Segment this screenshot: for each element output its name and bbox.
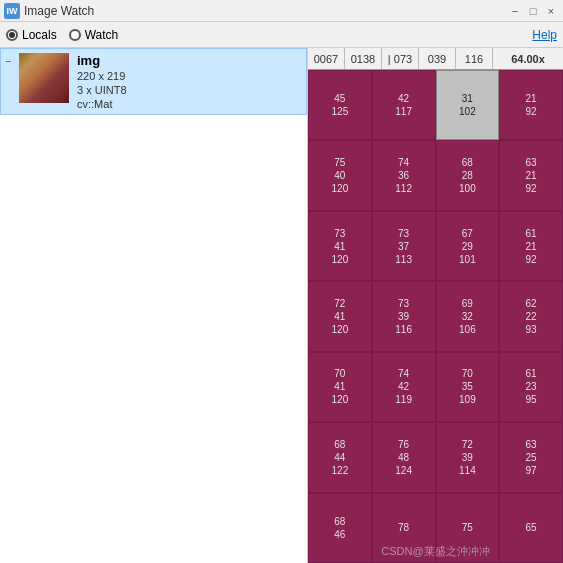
pixel-cell[interactable]: 70 41 120 — [308, 352, 372, 422]
pixel-cell[interactable]: 31 102 — [436, 70, 500, 140]
pixel-value: 68 46 — [334, 515, 345, 541]
pixel-cell[interactable]: 76 48 124 — [372, 422, 436, 492]
app-icon: IW — [4, 3, 20, 19]
pixel-cell[interactable]: 61 23 95 — [499, 352, 563, 422]
pixel-viewer: 0067 0138 | 073 039 116 64.00x 45 12542 … — [308, 48, 563, 563]
thumbnail-image — [19, 53, 69, 103]
pixel-value: 76 48 124 — [395, 438, 412, 477]
pixel-cell[interactable]: 74 36 112 — [372, 140, 436, 210]
pixel-cell[interactable]: 67 29 101 — [436, 211, 500, 281]
pixel-value: 74 42 119 — [395, 367, 412, 406]
pixel-cell[interactable]: 63 21 92 — [499, 140, 563, 210]
pixel-row: 72 41 12073 39 11669 32 10662 22 93 — [308, 281, 563, 351]
pixel-cell[interactable]: 70 35 109 — [436, 352, 500, 422]
locals-label: Locals — [22, 28, 57, 42]
pixel-cell[interactable]: 78 — [372, 493, 436, 563]
help-button[interactable]: Help — [532, 28, 557, 42]
pixel-value: 31 102 — [459, 92, 476, 118]
pixel-cell[interactable]: 68 46 — [308, 493, 372, 563]
variable-item[interactable]: − img 220 x 219 3 x UINT8 cv::Mat — [0, 48, 307, 115]
pixel-row: 68 44 12276 48 12472 39 11463 25 97 — [308, 422, 563, 492]
title-bar: IW Image Watch − □ × — [0, 0, 563, 22]
pixel-value: 72 39 114 — [459, 438, 476, 477]
pixel-cell[interactable]: 74 42 119 — [372, 352, 436, 422]
close-button[interactable]: × — [543, 3, 559, 19]
variable-name: img — [77, 53, 127, 68]
header-col1: 0138 — [345, 48, 382, 69]
pixel-value: 21 92 — [526, 92, 537, 118]
pixel-cell[interactable]: 65 — [499, 493, 563, 563]
pixel-row: 73 41 12073 37 11367 29 10161 21 92 — [308, 211, 563, 281]
pixel-cell[interactable]: 75 — [436, 493, 500, 563]
pixel-cell[interactable]: 75 40 120 — [308, 140, 372, 210]
pixel-header: 0067 0138 | 073 039 116 64.00x — [308, 48, 563, 70]
toolbar: Locals Watch Help — [0, 22, 563, 48]
pixel-value: 63 21 92 — [526, 156, 537, 195]
pixel-cell[interactable]: 62 22 93 — [499, 281, 563, 351]
pixel-cell[interactable]: 69 32 106 — [436, 281, 500, 351]
pixel-value: 75 40 120 — [332, 156, 349, 195]
pixel-value: 78 — [398, 521, 409, 534]
pixel-cell[interactable]: 42 117 — [372, 70, 436, 140]
header-col2: | 073 — [382, 48, 419, 69]
pixel-value: 70 41 120 — [332, 367, 349, 406]
pixel-value: 63 25 97 — [526, 438, 537, 477]
pixel-cell[interactable]: 72 39 114 — [436, 422, 500, 492]
pixel-cell[interactable]: 68 44 122 — [308, 422, 372, 492]
restore-button[interactable]: □ — [525, 3, 541, 19]
pixel-value: 69 32 106 — [459, 297, 476, 336]
locals-radio[interactable]: Locals — [6, 28, 57, 42]
pixel-row: 45 12542 11731 10221 92 — [308, 70, 563, 140]
pixel-value: 65 — [526, 521, 537, 534]
pixel-value: 73 37 113 — [395, 227, 412, 266]
pixel-value: 68 44 122 — [332, 438, 349, 477]
variable-channels: 3 x UINT8 — [77, 84, 127, 96]
pixel-row: 70 41 12074 42 11970 35 10961 23 95 — [308, 352, 563, 422]
pixel-row: 68 46787565 — [308, 493, 563, 563]
pixel-cell[interactable]: 68 28 100 — [436, 140, 500, 210]
pixel-value: 74 36 112 — [395, 156, 412, 195]
pixel-value: 42 117 — [395, 92, 412, 118]
pixel-value: 73 39 116 — [395, 297, 412, 336]
pixel-cell[interactable]: 73 37 113 — [372, 211, 436, 281]
variable-thumbnail[interactable] — [19, 53, 69, 103]
watch-radio[interactable]: Watch — [69, 28, 119, 42]
pixel-cell[interactable]: 72 41 120 — [308, 281, 372, 351]
header-col3: 039 — [419, 48, 456, 69]
watch-radio-input[interactable] — [69, 29, 81, 41]
minimize-button[interactable]: − — [507, 3, 523, 19]
header-col4: 116 — [456, 48, 493, 69]
pixel-grid: 45 12542 11731 10221 9275 40 12074 36 11… — [308, 70, 563, 563]
watch-label: Watch — [85, 28, 119, 42]
pixel-row: 75 40 12074 36 11268 28 10063 21 92 — [308, 140, 563, 210]
pixel-value: 61 23 95 — [526, 367, 537, 406]
pixel-value: 70 35 109 — [459, 367, 476, 406]
window-title: Image Watch — [24, 4, 507, 18]
pixel-cell[interactable]: 45 125 — [308, 70, 372, 140]
pixel-cell[interactable]: 21 92 — [499, 70, 563, 140]
variable-size: 220 x 219 — [77, 70, 127, 82]
header-col0: 0067 — [308, 48, 345, 69]
pixel-value: 72 41 120 — [332, 297, 349, 336]
pixel-value: 73 41 120 — [332, 227, 349, 266]
locals-radio-input[interactable] — [6, 29, 18, 41]
pixel-value: 67 29 101 — [459, 227, 476, 266]
variable-type: cv::Mat — [77, 98, 127, 110]
window-controls: − □ × — [507, 3, 559, 19]
pixel-value: 61 21 92 — [526, 227, 537, 266]
variable-info: img 220 x 219 3 x UINT8 cv::Mat — [77, 53, 127, 110]
pixel-cell[interactable]: 73 41 120 — [308, 211, 372, 281]
left-panel: − img 220 x 219 3 x UINT8 cv::Mat — [0, 48, 308, 563]
expand-icon[interactable]: − — [5, 55, 19, 67]
pixel-cell[interactable]: 73 39 116 — [372, 281, 436, 351]
pixel-value: 68 28 100 — [459, 156, 476, 195]
pixel-cell[interactable]: 61 21 92 — [499, 211, 563, 281]
pixel-value: 45 125 — [332, 92, 349, 118]
pixel-value: 75 — [462, 521, 473, 534]
view-mode-group: Locals Watch — [6, 28, 118, 42]
pixel-value: 62 22 93 — [526, 297, 537, 336]
main-layout: − img 220 x 219 3 x UINT8 cv::Mat 0067 0… — [0, 48, 563, 563]
pixel-cell[interactable]: 63 25 97 — [499, 422, 563, 492]
zoom-level: 64.00x — [493, 48, 563, 69]
